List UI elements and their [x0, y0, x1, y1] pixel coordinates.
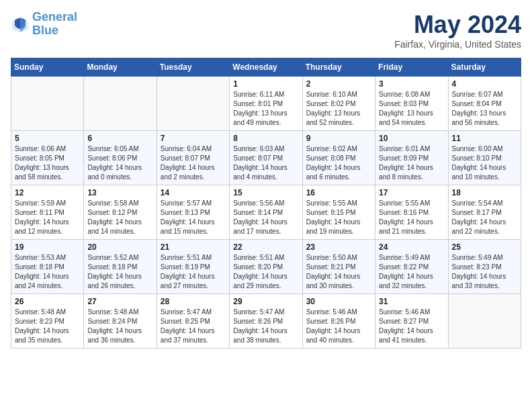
calendar-cell: 28Sunrise: 5:47 AM Sunset: 8:25 PM Dayli…	[157, 294, 229, 349]
day-info: Sunrise: 5:54 AM Sunset: 8:17 PM Dayligh…	[452, 199, 517, 236]
day-info: Sunrise: 5:58 AM Sunset: 8:12 PM Dayligh…	[87, 199, 152, 236]
day-number: 13	[87, 188, 152, 197]
day-info: Sunrise: 5:49 AM Sunset: 8:23 PM Dayligh…	[452, 253, 517, 291]
day-info: Sunrise: 6:11 AM Sunset: 8:01 PM Dayligh…	[233, 90, 298, 128]
weekday-header-friday: Friday	[375, 58, 448, 77]
page-header: General Blue May 2024 Fairfax, Virginia,…	[11, 11, 521, 50]
day-info: Sunrise: 5:47 AM Sunset: 8:25 PM Dayligh…	[161, 308, 226, 345]
day-number: 26	[15, 297, 80, 306]
calendar-cell: 15Sunrise: 5:56 AM Sunset: 8:14 PM Dayli…	[230, 185, 302, 240]
calendar-cell: 21Sunrise: 5:51 AM Sunset: 8:19 PM Dayli…	[157, 240, 229, 294]
calendar-cell: 24Sunrise: 5:49 AM Sunset: 8:22 PM Dayli…	[375, 240, 448, 294]
calendar-cell	[84, 77, 157, 131]
day-info: Sunrise: 5:53 AM Sunset: 8:18 PM Dayligh…	[15, 253, 80, 291]
calendar-cell: 25Sunrise: 5:49 AM Sunset: 8:23 PM Dayli…	[448, 240, 521, 294]
calendar-week-2: 12Sunrise: 5:59 AM Sunset: 8:11 PM Dayli…	[11, 185, 521, 240]
calendar-week-3: 19Sunrise: 5:53 AM Sunset: 8:18 PM Dayli…	[11, 240, 521, 294]
weekday-header-thursday: Thursday	[302, 58, 375, 77]
calendar-cell: 16Sunrise: 5:55 AM Sunset: 8:15 PM Dayli…	[302, 185, 375, 240]
day-info: Sunrise: 5:46 AM Sunset: 8:27 PM Dayligh…	[379, 308, 444, 345]
calendar-cell	[448, 294, 521, 349]
calendar-cell: 29Sunrise: 5:47 AM Sunset: 8:26 PM Dayli…	[230, 294, 302, 349]
calendar-cell: 5Sunrise: 6:06 AM Sunset: 8:05 PM Daylig…	[11, 131, 84, 185]
day-info: Sunrise: 5:56 AM Sunset: 8:14 PM Dayligh…	[233, 199, 298, 236]
calendar-cell: 7Sunrise: 6:04 AM Sunset: 8:07 PM Daylig…	[157, 131, 229, 185]
calendar-table: SundayMondayTuesdayWednesdayThursdayFrid…	[11, 58, 521, 349]
calendar-week-0: 1Sunrise: 6:11 AM Sunset: 8:01 PM Daylig…	[11, 77, 521, 131]
weekday-header-saturday: Saturday	[448, 58, 521, 77]
calendar-cell: 31Sunrise: 5:46 AM Sunset: 8:27 PM Dayli…	[375, 294, 448, 349]
day-number: 25	[452, 242, 517, 252]
calendar-cell: 2Sunrise: 6:10 AM Sunset: 8:02 PM Daylig…	[302, 77, 375, 131]
calendar-cell: 22Sunrise: 5:51 AM Sunset: 8:20 PM Dayli…	[230, 240, 302, 294]
day-info: Sunrise: 5:55 AM Sunset: 8:15 PM Dayligh…	[306, 199, 371, 236]
calendar-cell: 4Sunrise: 6:07 AM Sunset: 8:04 PM Daylig…	[448, 77, 521, 131]
calendar-cell: 20Sunrise: 5:52 AM Sunset: 8:18 PM Dayli…	[84, 240, 157, 294]
day-number: 19	[15, 242, 80, 252]
calendar-week-4: 26Sunrise: 5:48 AM Sunset: 8:23 PM Dayli…	[11, 294, 521, 349]
day-info: Sunrise: 6:06 AM Sunset: 8:05 PM Dayligh…	[15, 144, 80, 182]
day-number: 17	[379, 188, 444, 197]
day-info: Sunrise: 6:01 AM Sunset: 8:09 PM Dayligh…	[379, 144, 444, 182]
day-number: 10	[379, 134, 444, 143]
calendar-cell: 17Sunrise: 5:55 AM Sunset: 8:16 PM Dayli…	[375, 185, 448, 240]
day-number: 2	[306, 79, 371, 89]
logo: General Blue	[11, 11, 77, 38]
day-info: Sunrise: 5:50 AM Sunset: 8:21 PM Dayligh…	[306, 253, 371, 291]
day-number: 21	[161, 242, 226, 252]
day-number: 4	[452, 79, 517, 89]
logo-text: General Blue	[32, 11, 77, 38]
month-title: May 2024	[394, 11, 521, 39]
day-number: 14	[161, 188, 226, 197]
day-info: Sunrise: 5:55 AM Sunset: 8:16 PM Dayligh…	[379, 199, 444, 236]
day-number: 6	[87, 134, 152, 143]
day-info: Sunrise: 5:49 AM Sunset: 8:22 PM Dayligh…	[379, 253, 444, 291]
day-info: Sunrise: 5:51 AM Sunset: 8:20 PM Dayligh…	[233, 253, 298, 291]
day-number: 23	[306, 242, 371, 252]
day-number: 11	[452, 134, 517, 143]
calendar-cell: 14Sunrise: 5:57 AM Sunset: 8:13 PM Dayli…	[157, 185, 229, 240]
day-number: 15	[233, 188, 298, 197]
day-info: Sunrise: 6:08 AM Sunset: 8:03 PM Dayligh…	[379, 90, 444, 128]
calendar-cell: 27Sunrise: 5:48 AM Sunset: 8:24 PM Dayli…	[84, 294, 157, 349]
weekday-header-tuesday: Tuesday	[157, 58, 229, 77]
title-block: May 2024 Fairfax, Virginia, United State…	[394, 11, 521, 50]
day-info: Sunrise: 6:00 AM Sunset: 8:10 PM Dayligh…	[452, 144, 517, 182]
calendar-cell: 11Sunrise: 6:00 AM Sunset: 8:10 PM Dayli…	[448, 131, 521, 185]
day-number: 24	[379, 242, 444, 252]
day-number: 12	[15, 188, 80, 197]
day-number: 29	[233, 297, 298, 306]
day-number: 20	[87, 242, 152, 252]
day-info: Sunrise: 6:07 AM Sunset: 8:04 PM Dayligh…	[452, 90, 517, 128]
calendar-cell: 30Sunrise: 5:46 AM Sunset: 8:26 PM Dayli…	[302, 294, 375, 349]
day-number: 18	[452, 188, 517, 197]
day-info: Sunrise: 5:46 AM Sunset: 8:26 PM Dayligh…	[306, 308, 371, 345]
day-info: Sunrise: 5:57 AM Sunset: 8:13 PM Dayligh…	[161, 199, 226, 236]
day-info: Sunrise: 5:47 AM Sunset: 8:26 PM Dayligh…	[233, 308, 298, 345]
day-number: 7	[161, 134, 226, 143]
day-number: 5	[15, 134, 80, 143]
calendar-cell: 18Sunrise: 5:54 AM Sunset: 8:17 PM Dayli…	[448, 185, 521, 240]
day-number: 30	[306, 297, 371, 306]
day-info: Sunrise: 5:48 AM Sunset: 8:24 PM Dayligh…	[87, 308, 152, 345]
day-info: Sunrise: 5:51 AM Sunset: 8:19 PM Dayligh…	[161, 253, 226, 291]
calendar-cell: 13Sunrise: 5:58 AM Sunset: 8:12 PM Dayli…	[84, 185, 157, 240]
day-info: Sunrise: 6:04 AM Sunset: 8:07 PM Dayligh…	[161, 144, 226, 182]
calendar-cell: 10Sunrise: 6:01 AM Sunset: 8:09 PM Dayli…	[375, 131, 448, 185]
day-info: Sunrise: 6:02 AM Sunset: 8:08 PM Dayligh…	[306, 144, 371, 182]
day-number: 16	[306, 188, 371, 197]
day-number: 9	[306, 134, 371, 143]
day-info: Sunrise: 5:59 AM Sunset: 8:11 PM Dayligh…	[15, 199, 80, 236]
calendar-cell	[11, 77, 84, 131]
day-info: Sunrise: 5:48 AM Sunset: 8:23 PM Dayligh…	[15, 308, 80, 345]
calendar-cell: 3Sunrise: 6:08 AM Sunset: 8:03 PM Daylig…	[375, 77, 448, 131]
calendar-cell: 26Sunrise: 5:48 AM Sunset: 8:23 PM Dayli…	[11, 294, 84, 349]
weekday-header-monday: Monday	[84, 58, 157, 77]
day-number: 31	[379, 297, 444, 306]
day-info: Sunrise: 6:05 AM Sunset: 8:06 PM Dayligh…	[87, 144, 152, 182]
calendar-cell: 6Sunrise: 6:05 AM Sunset: 8:06 PM Daylig…	[84, 131, 157, 185]
weekday-header-wednesday: Wednesday	[230, 58, 302, 77]
calendar-cell: 12Sunrise: 5:59 AM Sunset: 8:11 PM Dayli…	[11, 185, 84, 240]
calendar-cell: 8Sunrise: 6:03 AM Sunset: 8:07 PM Daylig…	[230, 131, 302, 185]
day-number: 8	[233, 134, 298, 143]
